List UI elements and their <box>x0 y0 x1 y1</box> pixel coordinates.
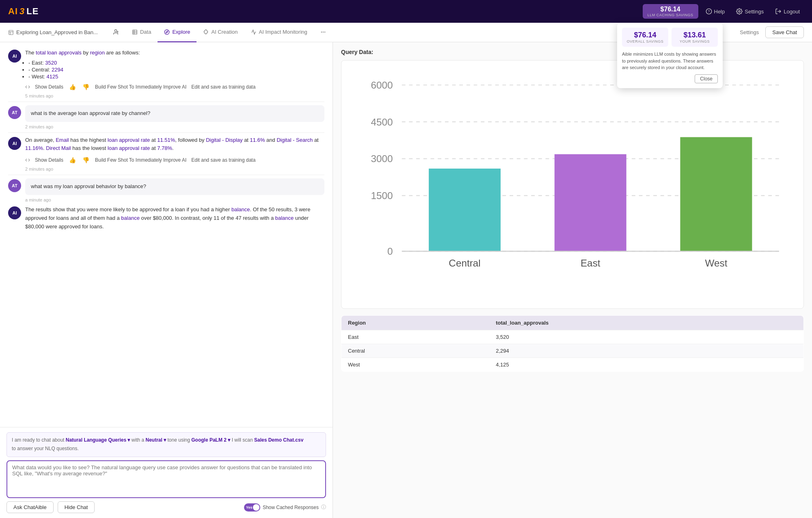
logo-text: LE <box>26 6 39 17</box>
message-actions-3: Show Details 👍 👎 Build Few Shot To Immed… <box>25 156 324 164</box>
edit-save-button-1[interactable]: Edit and save as training data <box>191 83 255 91</box>
context-tone-dropdown[interactable]: ▾ <box>164 437 167 443</box>
gear-icon <box>736 8 743 15</box>
svg-point-2 <box>739 11 740 12</box>
info-icon[interactable]: ⓘ <box>321 504 326 511</box>
svg-text:West: West <box>705 258 727 269</box>
rate-1151-link[interactable]: 11.51% <box>157 137 175 143</box>
avatar-user-1: AT <box>8 106 21 119</box>
avatar-user-2: AT <box>8 179 21 192</box>
user-text-2: what was my loan approval behavior by ba… <box>31 182 319 191</box>
region-link-1[interactable]: region <box>90 50 105 56</box>
hide-chat-button[interactable]: Hide Chat <box>58 501 95 513</box>
savings-label: LLM CACHING SAVINGS <box>648 13 693 17</box>
thumbs-up-1[interactable]: 👍 <box>68 83 77 91</box>
table-cell-value-east: 3,520 <box>489 330 803 344</box>
svg-text:1500: 1500 <box>371 190 393 201</box>
direct-mail-link[interactable]: Direct Mail <box>46 145 71 151</box>
tab-data[interactable]: Data <box>125 23 158 42</box>
loan-approval-rate-link-1[interactable]: loan approval rate <box>108 137 150 143</box>
thumbs-down-3[interactable]: 👎 <box>82 156 90 164</box>
separator-3 <box>8 175 324 175</box>
rate-778-link[interactable]: 7.78% <box>157 145 172 151</box>
settings-header-label: Settings <box>745 9 764 15</box>
table-cell-value-central: 2,294 <box>489 344 803 358</box>
chat-messages: AI The total loan approvals by region ar… <box>0 42 333 427</box>
thumbs-up-3[interactable]: 👍 <box>68 156 77 164</box>
avatar-ai-3: AI <box>8 206 21 219</box>
top-header: AI3LE $76.14 LLM CACHING SAVINGS ? Help … <box>0 0 812 23</box>
balance-link-3[interactable]: balance <box>275 215 294 221</box>
svg-text:East: East <box>581 258 600 269</box>
table-header-row: Region total_loan_approvals <box>341 316 804 330</box>
file-icon <box>8 30 14 35</box>
col-header-region: Region <box>341 316 490 330</box>
list-item-west: - West: 4125 <box>28 74 324 80</box>
message-group-2: AT what is the average loan approval rat… <box>8 105 324 129</box>
user-message-2: what was my loan approval behavior by ba… <box>25 178 324 195</box>
svg-text:0: 0 <box>387 246 393 257</box>
context-topic-dropdown[interactable]: ▾ <box>127 437 131 443</box>
logout-label: Logout <box>784 9 800 15</box>
rate-116-link[interactable]: 11.6% <box>250 137 265 143</box>
nav-settings-link[interactable]: Settings <box>740 29 759 35</box>
user-text-1: what is the average loan approval rate b… <box>31 109 319 118</box>
total-loan-approvals-link[interactable]: total loan approvals <box>36 50 82 56</box>
chat-textarea-wrap <box>6 460 326 498</box>
digital-display-link[interactable]: Digital - Display <box>206 137 242 143</box>
loan-approval-rate-link-2[interactable]: loan approval rate <box>108 145 150 151</box>
chat-input[interactable] <box>12 464 320 493</box>
build-few-shot-button-1[interactable]: Build Few Shot To Immediately Improve AI <box>95 83 186 91</box>
tab-more[interactable] <box>314 23 333 42</box>
tab-ai-creation[interactable]: AI Creation <box>197 23 244 42</box>
savings-badge[interactable]: $76.14 LLM CACHING SAVINGS <box>643 4 698 19</box>
thumbs-down-1[interactable]: 👎 <box>82 83 90 91</box>
rate-1116-link[interactable]: 11.16% <box>25 145 43 151</box>
save-chat-button[interactable]: Save Chat <box>765 26 804 38</box>
svg-text:3000: 3000 <box>371 153 393 164</box>
message-content-4: what was my loan approval behavior by ba… <box>25 178 324 202</box>
balance-link-1[interactable]: balance <box>231 206 250 212</box>
tab-ai-impact-label: AI Impact Monitoring <box>259 29 307 35</box>
message-row-4: AT what was my loan approval behavior by… <box>8 178 324 202</box>
settings-button[interactable]: Settings <box>732 6 768 17</box>
message-group-4: AT what was my loan approval behavior by… <box>8 178 324 202</box>
show-details-button-1[interactable]: Show Details <box>35 83 63 91</box>
logo-bracket: AI <box>8 6 18 17</box>
main-layout: AI The total loan approvals by region ar… <box>0 42 812 518</box>
svg-text:6000: 6000 <box>371 80 393 91</box>
build-few-shot-button-3[interactable]: Build Few Shot To Immediately Improve AI <box>95 156 186 164</box>
impact-icon <box>251 29 257 35</box>
toggle-knob <box>253 504 259 511</box>
context-model-dropdown[interactable]: ▾ <box>228 437 231 443</box>
show-details-button-3[interactable]: Show Details <box>35 156 63 164</box>
message-content-1: The total loan approvals by region are a… <box>25 49 324 98</box>
list-item-central: - Central: 2294 <box>28 67 324 73</box>
context-tone: Neutral <box>146 437 162 443</box>
overall-savings-amount: $76.14 <box>625 31 665 39</box>
tab-explore[interactable]: Explore <box>158 23 197 42</box>
digital-search-link[interactable]: Digital - Search <box>276 137 313 143</box>
svg-text:?: ? <box>708 9 710 13</box>
help-button[interactable]: ? Help <box>702 6 729 17</box>
context-mid3: I will scan <box>232 437 254 443</box>
breadcrumb: Exploring Loan_Approved in Ban... <box>8 29 98 35</box>
context-prefix: I am ready to chat about <box>12 437 66 443</box>
edit-save-button-3[interactable]: Edit and save as training data <box>191 156 255 164</box>
code-brackets-icon-3 <box>25 158 30 163</box>
savings-close-button[interactable]: Close <box>695 74 718 83</box>
message-time-1: 5 minutes ago <box>25 93 324 98</box>
cached-responses-toggle[interactable]: Yes <box>244 503 260 511</box>
context-topic: Natural Language Queries <box>66 437 126 443</box>
email-link[interactable]: Email <box>56 137 69 143</box>
chat-bottom-bar: Ask ChatAible Hide Chat Yes Show Cached … <box>6 501 326 513</box>
ask-chataible-button[interactable]: Ask ChatAible <box>6 501 54 513</box>
message-actions-1: Show Details 👍 👎 Build Few Shot To Immed… <box>25 83 324 91</box>
tab-add-user[interactable] <box>106 23 125 42</box>
balance-link-2[interactable]: balance <box>121 215 140 221</box>
tab-ai-impact[interactable]: AI Impact Monitoring <box>244 23 314 42</box>
logout-icon <box>775 8 782 15</box>
nav-right: Settings Save Chat <box>740 26 804 38</box>
chat-context-bar: I am ready to chat about Natural Languag… <box>6 432 326 457</box>
logout-button[interactable]: Logout <box>771 6 804 17</box>
